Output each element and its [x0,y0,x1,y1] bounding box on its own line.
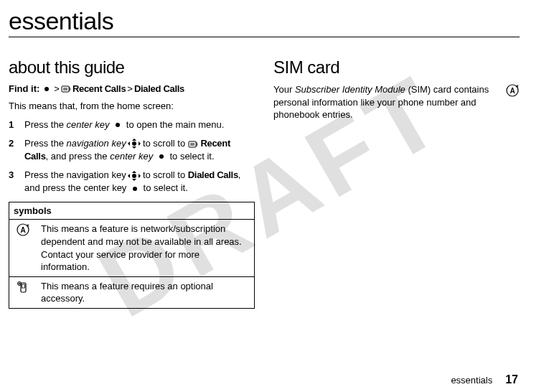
network-dependent-icon: A [9,220,37,276]
title-rule [9,37,520,37]
optional-accessory-icon [9,276,37,308]
table-row: A This means a feature is network/subscr… [9,220,255,276]
center-key-icon [112,121,123,129]
page-footer: essentials 17 [451,373,518,386]
svg-text:A: A [20,226,25,234]
table-row: This means a feature requires an optiona… [9,276,255,308]
find-it-label: Find it: [9,83,39,94]
sim-card-heading: SIM card [273,57,520,78]
center-key-term: center key [67,119,110,130]
step-2: 2 Press the navigation key to scroll to … [9,137,255,163]
navigation-key-icon [128,172,140,180]
optional-accessory-text: This means a feature requires an optiona… [37,276,255,308]
page-title: essentials [9,7,520,35]
step-text: to open the main menu. [126,119,225,130]
breadcrumb-sep: > [127,83,133,94]
center-key-term: center key [110,151,153,162]
dialed-calls-text: Dialed Calls [134,83,184,94]
step-text: to scroll to [143,138,188,149]
svg-rect-1 [189,141,196,147]
page-content: essentials about this guide Find it: > R… [0,0,544,309]
svg-text:A: A [510,87,515,95]
steps-list: 1 Press the center key to open the main … [9,118,255,195]
sim-body-pre: Your [273,84,295,95]
two-column-layout: about this guide Find it: > Recent Calls… [9,57,520,309]
step-text: Press the [24,138,67,149]
navigation-key-term: navigation key [67,138,126,149]
center-key-icon [41,85,52,93]
page-number: 17 [505,373,518,386]
recent-calls-text: Recent Calls [72,83,126,94]
navigation-key-icon [128,139,140,148]
step-number: 1 [9,118,24,131]
step-text: to select it. [169,151,214,162]
find-it-line: Find it: > Recent Calls > Dialed Calls [9,83,255,94]
intro-text: This means that, from the home screen: [9,100,255,113]
network-dependent-icon: A [505,83,520,98]
sim-card-body-row: Your Subscriber Identity Module (SIM) ca… [273,83,520,127]
svg-rect-6 [22,284,25,288]
svg-rect-0 [62,86,69,92]
sim-term: Subscriber Identity Module [295,84,405,95]
right-column: SIM card Your Subscriber Identity Module… [273,57,520,309]
footer-section: essentials [451,375,492,386]
step-text: , and press the [46,151,111,162]
dialed-calls-text: Dialed Calls [188,169,238,180]
center-key-icon [129,185,141,193]
about-guide-heading: about this guide [9,57,255,78]
step-1: 1 Press the center key to open the main … [9,118,255,131]
left-column: about this guide Find it: > Recent Calls… [9,57,255,309]
step-number: 2 [9,137,24,163]
center-key-icon [156,152,167,161]
step-text: Press the navigation key [24,169,128,180]
breadcrumb-sep: > [54,83,60,94]
step-number: 3 [9,169,24,195]
recent-calls-icon [188,139,198,148]
svg-point-4 [27,225,28,226]
step-text: to scroll to [143,169,188,180]
network-dependent-text: This means a feature is network/subscrip… [37,220,255,276]
symbols-header: symbols [9,202,255,220]
symbols-table: symbols A This means a feature is networ… [9,202,255,308]
sim-card-body: Your Subscriber Identity Module (SIM) ca… [273,83,500,121]
recent-calls-icon [61,85,71,93]
svg-point-12 [516,85,517,87]
step-text: Press the [24,119,67,130]
step-text: to select it. [144,182,188,193]
step-3: 3 Press the navigation key to scroll to … [9,169,255,195]
